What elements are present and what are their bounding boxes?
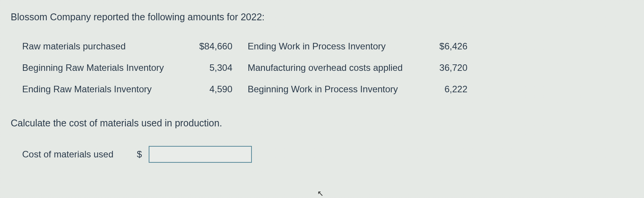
value-ending-wip: $6,426 xyxy=(422,41,467,52)
value-raw-materials-purchased: $84,660 xyxy=(190,41,244,52)
label-beginning-wip: Beginning Work in Process Inventory xyxy=(244,84,422,95)
instruction-text: Calculate the cost of materials used in … xyxy=(11,118,633,129)
value-moh-applied: 36,720 xyxy=(422,62,467,73)
value-beginning-raw-materials: 5,304 xyxy=(190,62,244,73)
data-table: Raw materials purchased $84,660 Ending W… xyxy=(11,41,633,95)
table-row: Beginning Raw Materials Inventory 5,304 … xyxy=(22,62,633,73)
answer-label: Cost of materials used xyxy=(22,149,137,160)
label-ending-raw-materials: Ending Raw Materials Inventory xyxy=(22,84,190,95)
answer-row: Cost of materials used $ xyxy=(11,146,633,163)
label-beginning-raw-materials: Beginning Raw Materials Inventory xyxy=(22,62,190,73)
currency-symbol: $ xyxy=(137,149,142,160)
table-row: Raw materials purchased $84,660 Ending W… xyxy=(22,41,633,52)
label-moh-applied: Manufacturing overhead costs applied xyxy=(244,62,422,73)
label-raw-materials-purchased: Raw materials purchased xyxy=(22,41,190,52)
label-ending-wip: Ending Work in Process Inventory xyxy=(244,41,422,52)
value-ending-raw-materials: 4,590 xyxy=(190,84,244,95)
table-row: Ending Raw Materials Inventory 4,590 Beg… xyxy=(22,84,633,95)
problem-intro: Blossom Company reported the following a… xyxy=(11,11,633,23)
value-beginning-wip: 6,222 xyxy=(422,84,467,95)
cost-of-materials-input[interactable] xyxy=(149,146,252,163)
cursor-icon: ↖ xyxy=(317,189,324,198)
